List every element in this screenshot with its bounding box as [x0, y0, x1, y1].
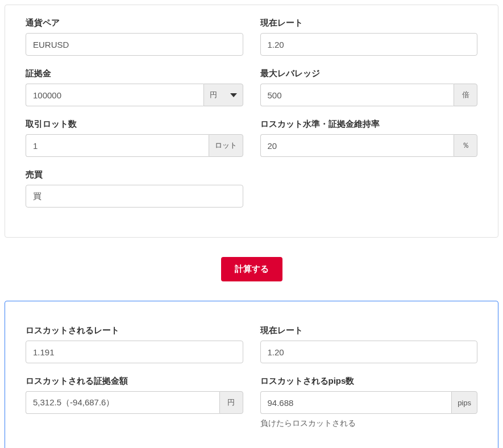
currency-pair-label: 通貨ペア [26, 18, 243, 28]
buy-sell-input[interactable] [26, 185, 243, 208]
max-leverage-unit: 倍 [454, 84, 477, 106]
lots-group: 取引ロット数 ロット [26, 119, 243, 157]
result-current-rate-label: 現在レート [260, 325, 478, 336]
loss-cut-pips-output [260, 391, 452, 414]
result-card: ロスカットされるレート 現在レート ロスカットされる証拠金額 円 ロスカットされ [5, 301, 498, 448]
loss-cut-rate-output [26, 341, 243, 363]
lots-input[interactable] [26, 134, 209, 157]
margin-label: 証拠金 [26, 68, 243, 79]
current-rate-input[interactable] [260, 33, 478, 56]
loss-cut-margin-unit: 円 [219, 391, 243, 414]
loss-cut-level-input[interactable] [260, 134, 454, 157]
loss-cut-margin-group: ロスカットされる証拠金額 円 [26, 376, 243, 414]
input-card: 通貨ペア 現在レート 証拠金 円 [5, 5, 498, 238]
result-current-rate-output [260, 341, 478, 363]
loss-cut-pips-label: ロスカットされるpips数 [260, 376, 478, 387]
margin-unit-label: 円 [210, 90, 217, 100]
buy-sell-label: 売買 [26, 169, 243, 180]
chevron-down-icon [230, 93, 237, 97]
calculate-button[interactable]: 計算する [221, 257, 282, 281]
currency-pair-input[interactable] [26, 33, 243, 56]
max-leverage-input[interactable] [260, 84, 454, 106]
loss-cut-rate-group: ロスカットされるレート [26, 325, 243, 363]
max-leverage-label: 最大レバレッジ [260, 68, 478, 79]
loss-cut-margin-label: ロスカットされる証拠金額 [26, 376, 243, 387]
loss-cut-pips-unit: pips [451, 391, 477, 414]
lots-unit: ロット [209, 134, 243, 157]
loss-cut-margin-output [26, 391, 219, 414]
loss-cut-pips-group: ロスカットされるpips数 pips 負けたらロスカットされる [260, 376, 478, 429]
currency-pair-group: 通貨ペア [26, 18, 243, 56]
current-rate-label: 現在レート [260, 18, 478, 28]
margin-unit-select[interactable]: 円 [203, 84, 243, 106]
buy-sell-group: 売買 [26, 169, 243, 208]
loss-cut-level-unit: ％ [454, 134, 477, 157]
current-rate-group: 現在レート [260, 18, 478, 56]
max-leverage-group: 最大レバレッジ 倍 [260, 68, 478, 106]
loss-cut-level-group: ロスカット水準・証拠金維持率 ％ [260, 119, 478, 157]
loss-cut-pips-helper: 負けたらロスカットされる [260, 418, 478, 429]
margin-group: 証拠金 円 [26, 68, 243, 106]
lots-label: 取引ロット数 [26, 119, 243, 130]
result-current-rate-group: 現在レート [260, 325, 478, 363]
loss-cut-rate-label: ロスカットされるレート [26, 325, 243, 336]
margin-input[interactable] [26, 84, 203, 106]
calculate-button-wrap: 計算する [5, 257, 498, 281]
loss-cut-level-label: ロスカット水準・証拠金維持率 [260, 119, 478, 130]
